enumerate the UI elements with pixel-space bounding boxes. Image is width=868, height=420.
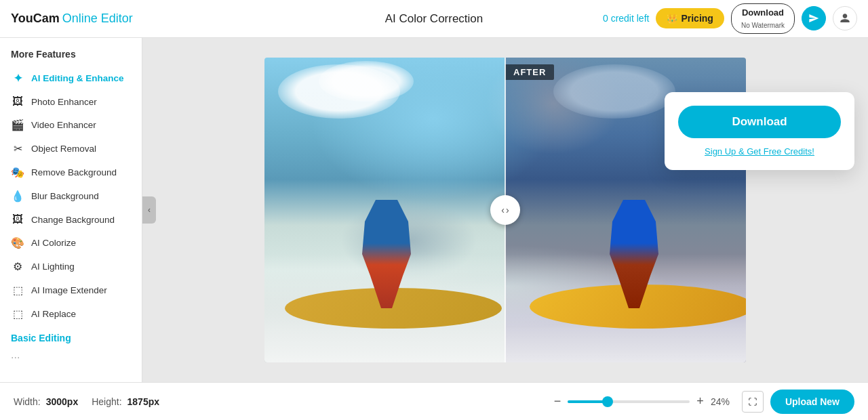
remove-bg-icon: 🎭 <box>11 166 24 179</box>
sidebar-item-colorize-label: AI Colorize <box>31 238 76 248</box>
sidebar-item-ai-lighting[interactable]: ⚙ AI Lighting <box>0 255 142 278</box>
logo: YouCam Online Editor <box>11 12 133 26</box>
image-extender-icon: ⬚ <box>11 284 24 297</box>
main-layout: More Features ✦ AI Editing & Enhance 🖼 P… <box>0 38 868 382</box>
zoom-minus-button[interactable]: − <box>554 394 561 408</box>
bottom-bar: Width: 3000px Height: 1875px − + 24% Upl… <box>0 382 868 420</box>
sidebar-item-photo-label: Photo Enhancer <box>31 97 97 107</box>
object-removal-icon: ✂ <box>11 142 24 155</box>
zoom-controls: − + 24% Upload New <box>554 390 854 414</box>
sidebar-item-object-removal[interactable]: ✂ Object Removal <box>0 137 142 161</box>
height-label: Height: <box>92 396 121 407</box>
sidebar-item-removebg-label: Remove Background <box>31 167 117 177</box>
logo-sub: Online Editor <box>62 12 133 26</box>
crown-icon: 👑 <box>667 14 677 24</box>
no-watermark-label: No Watermark <box>741 22 785 29</box>
dimension-info: Width: 3000px Height: 1875px <box>14 396 159 407</box>
sidebar-section-title: More Features <box>0 49 142 66</box>
zoom-plus-button[interactable]: + <box>696 394 704 408</box>
send-icon-button[interactable] <box>802 6 826 30</box>
zoom-percentage: 24% <box>711 396 735 407</box>
expand-button[interactable] <box>742 391 764 413</box>
signup-link[interactable]: Sign Up & Get Free Credits! <box>678 146 841 156</box>
zoom-thumb[interactable] <box>602 396 613 407</box>
sidebar-item-blurbg-label: Blur Background <box>31 191 99 201</box>
sidebar-item-blur-bg[interactable]: 💧 Blur Background <box>0 184 142 208</box>
sidebar-item-remove-bg[interactable]: 🎭 Remove Background <box>0 161 142 184</box>
ai-editing-icon: ✦ <box>11 72 24 85</box>
width-label: Width: <box>14 396 41 407</box>
zoom-fill <box>568 400 604 403</box>
download-header-label: Download <box>742 8 784 18</box>
sidebar-item-lighting-label: AI Lighting <box>31 261 75 272</box>
before-image: BEFORE <box>264 58 505 362</box>
video-enhancer-icon: 🎬 <box>11 119 24 131</box>
sidebar-item-object-label: Object Removal <box>31 144 96 154</box>
download-header-button[interactable]: Download No Watermark <box>731 3 795 33</box>
sidebar: More Features ✦ AI Editing & Enhance 🖼 P… <box>0 38 142 382</box>
user-icon <box>840 13 850 24</box>
sidebar-item-ai-label: AI Editing & Enhance <box>31 73 124 83</box>
user-avatar-button[interactable] <box>833 6 857 30</box>
ai-lighting-icon: ⚙ <box>11 260 24 273</box>
zoom-slider[interactable] <box>568 400 690 403</box>
sidebar-item-replace-label: AI Replace <box>31 309 76 319</box>
logo-main: YouCam <box>11 12 60 26</box>
before-panel: BEFORE <box>264 58 505 362</box>
credit-left-badge: 0 credit left <box>603 13 649 24</box>
chevron-right-small-icon: › <box>506 205 509 215</box>
sidebar-item-ai-replace[interactable]: ⬚ AI Replace <box>0 302 142 326</box>
sidebar-basic-more: ... <box>0 346 142 364</box>
blur-bg-icon: 💧 <box>11 190 24 203</box>
sidebar-item-extender-label: AI Image Extender <box>31 285 107 295</box>
sidebar-item-video-enhancer[interactable]: 🎬 Video Enhancer <box>0 113 142 137</box>
ai-colorize-icon: 🎨 <box>11 236 24 249</box>
height-value: 1875px <box>127 396 159 407</box>
download-popup: Download Sign Up & Get Free Credits! <box>665 92 854 170</box>
content-area: ‹ BEFORE <box>142 38 868 382</box>
upload-new-button[interactable]: Upload New <box>770 390 854 414</box>
pricing-button[interactable]: 👑 Pricing <box>656 8 724 28</box>
chevron-left-small-icon: ‹ <box>501 205 505 215</box>
ai-replace-icon: ⬚ <box>11 308 24 320</box>
comparison-slider-handle[interactable]: ‹ › <box>490 195 520 225</box>
header-right: 0 credit left 👑 Pricing Download No Wate… <box>603 3 857 33</box>
width-value: 3000px <box>46 396 78 407</box>
after-label: AFTER <box>505 64 554 80</box>
basic-editing-label: Basic Editing <box>0 326 142 346</box>
send-icon <box>808 13 819 24</box>
change-bg-icon: 🖼 <box>11 213 24 226</box>
sidebar-item-image-extender[interactable]: ⬚ AI Image Extender <box>0 278 142 302</box>
collapse-sidebar-button[interactable]: ‹ <box>142 196 156 224</box>
sidebar-item-ai-editing[interactable]: ✦ AI Editing & Enhance <box>0 66 142 90</box>
pricing-label: Pricing <box>681 13 713 24</box>
sidebar-item-ai-colorize[interactable]: 🎨 AI Colorize <box>0 231 142 255</box>
header: YouCam Online Editor AI Color Correction… <box>0 0 868 38</box>
sidebar-item-change-bg[interactable]: 🖼 Change Background <box>0 208 142 231</box>
sidebar-item-changebg-label: Change Background <box>31 215 115 225</box>
sidebar-item-video-label: Video Enhancer <box>31 120 96 130</box>
expand-icon <box>748 397 757 406</box>
sidebar-item-photo-enhancer[interactable]: 🖼 Photo Enhancer <box>0 90 142 113</box>
photo-enhancer-icon: 🖼 <box>11 96 24 108</box>
download-popup-button[interactable]: Download <box>678 106 841 138</box>
chevron-left-icon: ‹ <box>148 205 151 215</box>
page-title: AI Color Correction <box>385 12 484 26</box>
